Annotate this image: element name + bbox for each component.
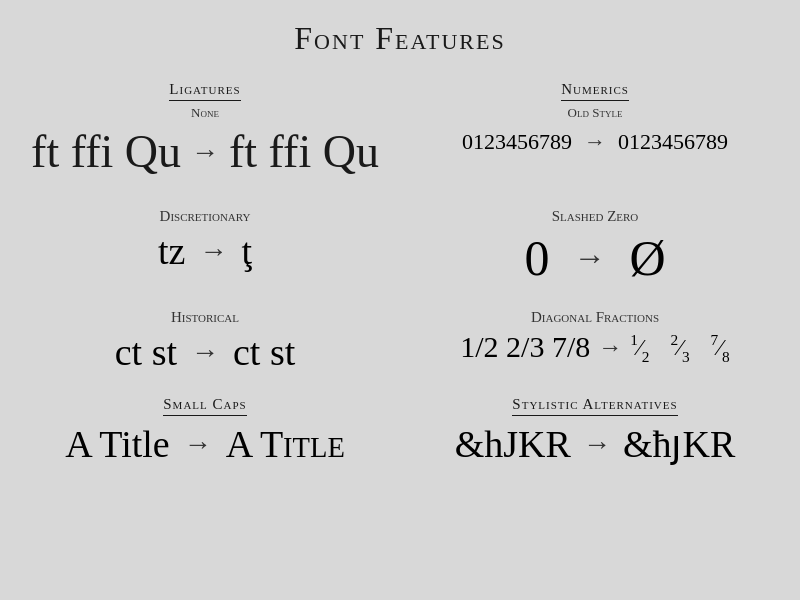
- numerics-section: Numerics Old Style 0123456789 → 01234567…: [400, 75, 790, 198]
- ligatures-subtitle: None: [191, 105, 219, 121]
- small-caps-arrow: →: [184, 428, 212, 460]
- stylistic-before: &hJKR: [455, 422, 571, 466]
- historical-before: ct st: [115, 330, 177, 374]
- numerics-subtitle: Old Style: [568, 105, 623, 121]
- stylistic-after: &ħȷKR: [623, 422, 735, 466]
- ligatures-after: ft ffi Qu: [229, 127, 379, 178]
- discretionary-before: tz: [158, 229, 185, 273]
- discretionary-demo: tz → ţ: [158, 229, 252, 273]
- small-caps-before: A Title: [65, 422, 170, 466]
- fractions-before: 1/2 2/3 7/8: [460, 330, 590, 364]
- diagonal-fractions-demo: 1/2 2/3 7/8 → 1⁄2 2⁄3 7⁄8: [460, 330, 729, 366]
- slashed-zero-before: 0: [524, 229, 549, 287]
- discretionary-arrow: →: [199, 235, 227, 267]
- diagonal-fractions-section: Diagonal Fractions 1/2 2/3 7/8 → 1⁄2 2⁄3…: [400, 299, 790, 386]
- historical-demo: ct st → ct st: [115, 330, 296, 374]
- numerics-before: 0123456789: [462, 129, 572, 155]
- ligatures-arrow: →: [191, 137, 219, 168]
- numerics-title: Numerics: [561, 81, 629, 101]
- ligatures-demo: ft ffi Qu → ft ffi Qu: [31, 127, 379, 178]
- main-grid: Ligatures None ft ffi Qu → ft ffi Qu Num…: [10, 75, 790, 478]
- ligatures-before: ft ffi Qu: [31, 127, 181, 178]
- fractions-arrow: →: [598, 334, 622, 361]
- slashed-zero-after: Ø: [629, 229, 665, 287]
- stylistic-alternatives-section: Stylistic Alternatives &hJKR → &ħȷKR: [400, 386, 790, 478]
- historical-section: Historical ct st → ct st: [10, 299, 400, 386]
- stylistic-arrow: →: [583, 428, 611, 460]
- small-caps-section: Small Caps A Title → A TITLE: [10, 386, 400, 478]
- small-caps-title: Small Caps: [163, 396, 246, 416]
- slashed-zero-section: Slashed Zero 0 → Ø: [400, 198, 790, 299]
- discretionary-section: Discretionary tz → ţ: [10, 198, 400, 299]
- ligatures-section: Ligatures None ft ffi Qu → ft ffi Qu: [10, 75, 400, 198]
- ligatures-title: Ligatures: [169, 81, 240, 101]
- diagonal-fractions-title: Diagonal Fractions: [531, 309, 659, 326]
- numerics-demo: 0123456789 → 0123456789: [462, 129, 728, 155]
- page-title: Font Features: [294, 20, 505, 57]
- stylistic-alternatives-title: Stylistic Alternatives: [512, 396, 677, 416]
- historical-arrow: →: [191, 336, 219, 368]
- small-caps-demo: A Title → A TITLE: [65, 422, 345, 466]
- discretionary-title: Discretionary: [160, 208, 251, 225]
- stylistic-alternatives-demo: &hJKR → &ħȷKR: [455, 422, 736, 466]
- small-caps-after: A TITLE: [226, 422, 345, 466]
- numerics-after: 0123456789: [618, 129, 728, 155]
- discretionary-after: ţ: [241, 229, 252, 273]
- slashed-zero-arrow: →: [573, 239, 605, 276]
- historical-after: ct st: [233, 330, 295, 374]
- slashed-zero-demo: 0 → Ø: [524, 229, 665, 287]
- fractions-after: 1⁄2 2⁄3 7⁄8: [630, 330, 729, 366]
- slashed-zero-title: Slashed Zero: [552, 208, 639, 225]
- historical-title: Historical: [171, 309, 239, 326]
- numerics-arrow: →: [584, 129, 606, 155]
